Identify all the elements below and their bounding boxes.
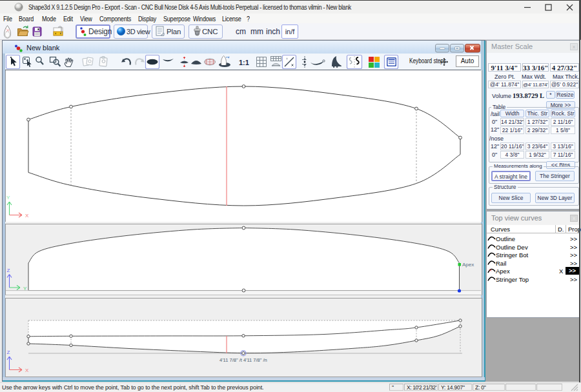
svg-text:1:1: 1:1 xyxy=(239,59,249,66)
svg-text:4'11 7/8" /t 4'11 7/8" /n: 4'11 7/8" /t 4'11 7/8" /n xyxy=(219,357,267,363)
svg-text:Y: Y xyxy=(6,195,10,201)
svg-text:Apex: Apex xyxy=(462,262,474,268)
svg-text:Z: Z xyxy=(7,349,10,355)
svg-text:X: X xyxy=(25,368,29,373)
svg-text:X: X xyxy=(25,213,29,219)
svg-text:Y: Y xyxy=(23,286,27,291)
svg-text:Z: Z xyxy=(7,268,10,273)
